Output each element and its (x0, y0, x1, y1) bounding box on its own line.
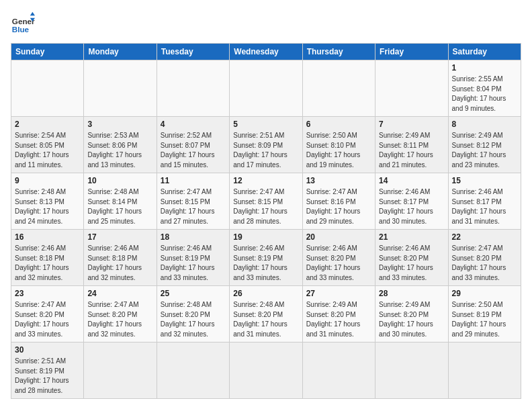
logo-icon: General Blue (11, 11, 35, 35)
day-number: 24 (87, 289, 152, 298)
day-number: 22 (452, 232, 517, 242)
day-info: Sunrise: 2:48 AM Sunset: 8:20 PM Dayligh… (233, 300, 298, 339)
calendar-day-cell: 26Sunrise: 2:48 AM Sunset: 8:20 PM Dayli… (230, 286, 302, 342)
calendar-day-cell: 27Sunrise: 2:49 AM Sunset: 8:20 PM Dayli… (302, 286, 375, 342)
logo: General Blue (11, 11, 35, 35)
svg-marker-2 (30, 12, 35, 15)
calendar-day-cell: 23Sunrise: 2:47 AM Sunset: 8:20 PM Dayli… (11, 286, 84, 342)
calendar-day-cell (84, 60, 157, 117)
day-number: 9 (15, 176, 80, 185)
day-info: Sunrise: 2:46 AM Sunset: 8:20 PM Dayligh… (306, 244, 371, 283)
day-info: Sunrise: 2:46 AM Sunset: 8:19 PM Dayligh… (161, 244, 226, 283)
weekday-header-thursday: Thursday (302, 44, 375, 60)
day-info: Sunrise: 2:54 AM Sunset: 8:05 PM Dayligh… (15, 131, 80, 170)
day-number: 25 (161, 289, 226, 298)
day-info: Sunrise: 2:49 AM Sunset: 8:11 PM Dayligh… (379, 131, 444, 170)
calendar-day-cell: 18Sunrise: 2:46 AM Sunset: 8:19 PM Dayli… (157, 230, 229, 286)
day-number: 6 (306, 120, 371, 129)
day-number: 28 (379, 289, 444, 298)
day-info: Sunrise: 2:48 AM Sunset: 8:13 PM Dayligh… (15, 187, 80, 226)
calendar-week-row: 30Sunrise: 2:51 AM Sunset: 8:19 PM Dayli… (11, 342, 521, 399)
day-number: 10 (87, 176, 152, 185)
day-number: 18 (161, 232, 226, 242)
day-info: Sunrise: 2:47 AM Sunset: 8:20 PM Dayligh… (87, 300, 152, 339)
calendar-day-cell: 24Sunrise: 2:47 AM Sunset: 8:20 PM Dayli… (84, 286, 157, 342)
day-number: 1 (452, 63, 517, 73)
calendar-day-cell: 29Sunrise: 2:50 AM Sunset: 8:19 PM Dayli… (448, 286, 521, 342)
day-number: 3 (87, 120, 152, 129)
calendar-day-cell: 13Sunrise: 2:47 AM Sunset: 8:16 PM Dayli… (302, 173, 375, 230)
calendar-day-cell: 10Sunrise: 2:48 AM Sunset: 8:14 PM Dayli… (84, 173, 157, 230)
day-number: 4 (161, 120, 226, 129)
calendar-day-cell: 12Sunrise: 2:47 AM Sunset: 8:15 PM Dayli… (230, 173, 302, 230)
day-number: 27 (306, 289, 371, 298)
calendar-day-cell: 11Sunrise: 2:47 AM Sunset: 8:15 PM Dayli… (157, 173, 229, 230)
day-info: Sunrise: 2:47 AM Sunset: 8:20 PM Dayligh… (15, 300, 80, 339)
calendar-day-cell: 14Sunrise: 2:46 AM Sunset: 8:17 PM Dayli… (375, 173, 448, 230)
calendar-day-cell: 6Sunrise: 2:50 AM Sunset: 8:10 PM Daylig… (302, 117, 375, 173)
day-info: Sunrise: 2:46 AM Sunset: 8:17 PM Dayligh… (452, 187, 517, 226)
calendar-day-cell (448, 342, 521, 399)
calendar-day-cell: 5Sunrise: 2:51 AM Sunset: 8:09 PM Daylig… (230, 117, 302, 173)
day-number: 5 (233, 120, 298, 129)
day-number: 11 (161, 176, 226, 185)
calendar-day-cell (375, 342, 448, 399)
weekday-header-saturday: Saturday (448, 44, 521, 60)
calendar-day-cell: 25Sunrise: 2:48 AM Sunset: 8:20 PM Dayli… (157, 286, 229, 342)
calendar-day-cell (302, 342, 375, 399)
calendar-day-cell (157, 60, 229, 117)
day-info: Sunrise: 2:52 AM Sunset: 8:07 PM Dayligh… (161, 131, 226, 170)
calendar-table: SundayMondayTuesdayWednesdayThursdayFrid… (11, 43, 521, 399)
day-info: Sunrise: 2:46 AM Sunset: 8:20 PM Dayligh… (379, 244, 444, 283)
calendar-day-cell: 22Sunrise: 2:47 AM Sunset: 8:20 PM Dayli… (448, 230, 521, 286)
day-info: Sunrise: 2:47 AM Sunset: 8:20 PM Dayligh… (452, 244, 517, 283)
day-number: 15 (452, 176, 517, 185)
day-number: 2 (15, 120, 80, 129)
day-info: Sunrise: 2:49 AM Sunset: 8:20 PM Dayligh… (306, 300, 371, 339)
calendar-day-cell: 1Sunrise: 2:55 AM Sunset: 8:04 PM Daylig… (448, 60, 521, 117)
day-info: Sunrise: 2:51 AM Sunset: 8:19 PM Dayligh… (15, 357, 80, 396)
calendar-day-cell: 4Sunrise: 2:52 AM Sunset: 8:07 PM Daylig… (157, 117, 229, 173)
day-number: 20 (306, 232, 371, 242)
calendar-day-cell: 20Sunrise: 2:46 AM Sunset: 8:20 PM Dayli… (302, 230, 375, 286)
day-info: Sunrise: 2:46 AM Sunset: 8:17 PM Dayligh… (379, 187, 444, 226)
calendar-day-cell (11, 60, 84, 117)
day-info: Sunrise: 2:47 AM Sunset: 8:15 PM Dayligh… (233, 187, 298, 226)
calendar-day-cell (84, 342, 157, 399)
calendar-day-cell: 15Sunrise: 2:46 AM Sunset: 8:17 PM Dayli… (448, 173, 521, 230)
day-info: Sunrise: 2:49 AM Sunset: 8:20 PM Dayligh… (379, 300, 444, 339)
calendar-day-cell: 21Sunrise: 2:46 AM Sunset: 8:20 PM Dayli… (375, 230, 448, 286)
calendar-day-cell: 16Sunrise: 2:46 AM Sunset: 8:18 PM Dayli… (11, 230, 84, 286)
day-info: Sunrise: 2:49 AM Sunset: 8:12 PM Dayligh… (452, 131, 517, 170)
day-number: 17 (87, 232, 152, 242)
day-number: 23 (15, 289, 80, 298)
day-info: Sunrise: 2:48 AM Sunset: 8:20 PM Dayligh… (161, 300, 226, 339)
calendar-week-row: 2Sunrise: 2:54 AM Sunset: 8:05 PM Daylig… (11, 117, 521, 173)
calendar-day-cell (302, 60, 375, 117)
page-header: General Blue (11, 11, 521, 35)
weekday-header-tuesday: Tuesday (157, 44, 229, 60)
calendar-week-row: 23Sunrise: 2:47 AM Sunset: 8:20 PM Dayli… (11, 286, 521, 342)
weekday-header-sunday: Sunday (11, 44, 84, 60)
calendar-day-cell: 30Sunrise: 2:51 AM Sunset: 8:19 PM Dayli… (11, 342, 84, 399)
day-number: 8 (452, 120, 517, 129)
day-number: 13 (306, 176, 371, 185)
svg-text:General: General (12, 17, 35, 26)
calendar-day-cell: 2Sunrise: 2:54 AM Sunset: 8:05 PM Daylig… (11, 117, 84, 173)
day-info: Sunrise: 2:51 AM Sunset: 8:09 PM Dayligh… (233, 131, 298, 170)
day-info: Sunrise: 2:47 AM Sunset: 8:16 PM Dayligh… (306, 187, 371, 226)
calendar-week-row: 16Sunrise: 2:46 AM Sunset: 8:18 PM Dayli… (11, 230, 521, 286)
day-number: 16 (15, 232, 80, 242)
calendar-day-cell: 17Sunrise: 2:46 AM Sunset: 8:18 PM Dayli… (84, 230, 157, 286)
day-number: 7 (379, 120, 444, 129)
calendar-week-row: 1Sunrise: 2:55 AM Sunset: 8:04 PM Daylig… (11, 60, 521, 117)
weekday-header-friday: Friday (375, 44, 448, 60)
calendar-day-cell (375, 60, 448, 117)
weekday-header-monday: Monday (84, 44, 157, 60)
day-info: Sunrise: 2:50 AM Sunset: 8:19 PM Dayligh… (452, 300, 517, 339)
calendar-header: SundayMondayTuesdayWednesdayThursdayFrid… (11, 44, 521, 60)
day-number: 19 (233, 232, 298, 242)
svg-text:Blue: Blue (12, 25, 30, 34)
calendar-day-cell: 9Sunrise: 2:48 AM Sunset: 8:13 PM Daylig… (11, 173, 84, 230)
calendar-day-cell: 28Sunrise: 2:49 AM Sunset: 8:20 PM Dayli… (375, 286, 448, 342)
